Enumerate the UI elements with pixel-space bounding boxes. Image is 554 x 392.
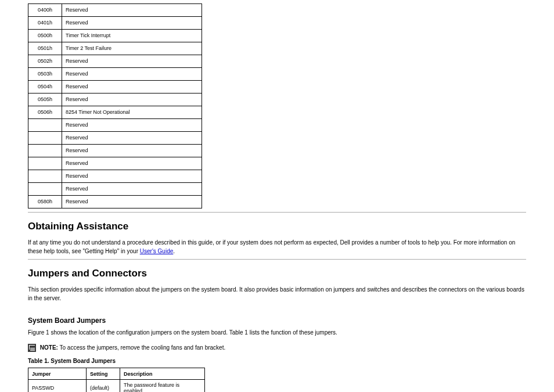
note-icon <box>28 344 36 352</box>
code-cell: 0500h <box>28 30 62 42</box>
table-row: 0504hReserved <box>28 81 202 93</box>
jumpers-table: Jumper Setting Description PASSWD(defaul… <box>28 368 205 392</box>
table-header-row: Jumper Setting Description <box>28 368 205 380</box>
section-divider <box>28 212 526 213</box>
desc-cell: Reserved <box>62 93 202 106</box>
table-row: 0580hReserved <box>28 196 202 208</box>
jumpers-subheading: System Board Jumpers <box>28 315 526 326</box>
note-row: NOTE: To access the jumpers, remove the … <box>28 344 526 352</box>
jumper-cell: PASSWD <box>28 380 87 393</box>
code-cell <box>28 157 62 170</box>
code-cell <box>28 119 62 132</box>
table-row: 0500hTimer Tick Interrupt <box>28 30 202 42</box>
table-row: Reserved <box>28 170 202 183</box>
table-row: 0503hReserved <box>28 68 202 81</box>
desc-cell: Reserved <box>62 17 202 30</box>
desc-cell: Reserved <box>62 55 202 68</box>
jumpers-intro: This section provides specific informati… <box>28 285 526 303</box>
code-cell <box>28 183 62 196</box>
table-row: 0502hReserved <box>28 55 202 68</box>
code-cell: 0506h <box>28 106 62 119</box>
table-row: 0501hTimer 2 Test Failure <box>28 42 202 55</box>
table-row: Reserved <box>28 157 202 170</box>
table-row: 0506h8254 Timer Not Operational <box>28 106 202 119</box>
code-cell: 0401h <box>28 17 62 30</box>
th-setting: Setting <box>87 368 120 380</box>
code-cell: 0504h <box>28 81 62 93</box>
th-desc: Description <box>120 368 205 380</box>
desc-cell: Reserved <box>62 119 202 132</box>
code-cell: 0505h <box>28 93 62 106</box>
assistance-paragraph: If at any time you do not understand a p… <box>28 238 526 256</box>
jumpers-subpara: Figure 1 shows the location of the confi… <box>28 328 526 337</box>
table2-caption: Table 1. System Board Jumpers <box>28 357 526 365</box>
desc-cell: Reserved <box>62 68 202 81</box>
table-row: 0401hReserved <box>28 17 202 30</box>
table-row: Reserved <box>28 145 202 157</box>
code-cell: 0502h <box>28 55 62 68</box>
code-cell <box>28 145 62 157</box>
codes-table: 0400hReserved0401hReserved0500hTimer Tic… <box>28 3 202 208</box>
note-label: NOTE: <box>40 344 58 351</box>
assistance-text-suffix: . <box>173 248 175 254</box>
desc-cell: Reserved <box>62 157 202 170</box>
desc-cell: 8254 Timer Not Operational <box>62 106 202 119</box>
table-row: 0505hReserved <box>28 93 202 106</box>
desc-cell: Reserved <box>62 81 202 93</box>
table-row: Reserved <box>28 119 202 132</box>
table-row: 0400hReserved <box>28 4 202 17</box>
code-cell: 0501h <box>28 42 62 55</box>
code-cell: 0503h <box>28 68 62 81</box>
section-divider <box>28 259 526 260</box>
table-row: PASSWD(default)The password feature is e… <box>28 380 205 393</box>
desc-cell: Timer 2 Test Failure <box>62 42 202 55</box>
assistance-heading: Obtaining Assistance <box>28 221 526 232</box>
desc-cell: The password feature is enabled. <box>120 380 205 393</box>
code-cell <box>28 170 62 183</box>
assistance-text-prefix: If at any time you do not understand a p… <box>28 239 515 254</box>
table-row: Reserved <box>28 132 202 145</box>
desc-cell: Reserved <box>62 4 202 17</box>
users-guide-link[interactable]: User's Guide <box>140 248 174 254</box>
table-row: Reserved <box>28 183 202 196</box>
desc-cell: Reserved <box>62 170 202 183</box>
desc-cell: Timer Tick Interrupt <box>62 30 202 42</box>
jumpers-heading: Jumpers and Connectors <box>28 268 526 279</box>
desc-cell: Reserved <box>62 132 202 145</box>
desc-cell: Reserved <box>62 183 202 196</box>
th-jumper: Jumper <box>28 368 87 380</box>
desc-cell: Reserved <box>62 145 202 157</box>
desc-cell: Reserved <box>62 196 202 208</box>
code-cell: 0580h <box>28 196 62 208</box>
code-cell: 0400h <box>28 4 62 17</box>
code-cell <box>28 132 62 145</box>
setting-cell: (default) <box>87 380 120 393</box>
note-text: To access the jumpers, remove the coolin… <box>60 344 226 351</box>
